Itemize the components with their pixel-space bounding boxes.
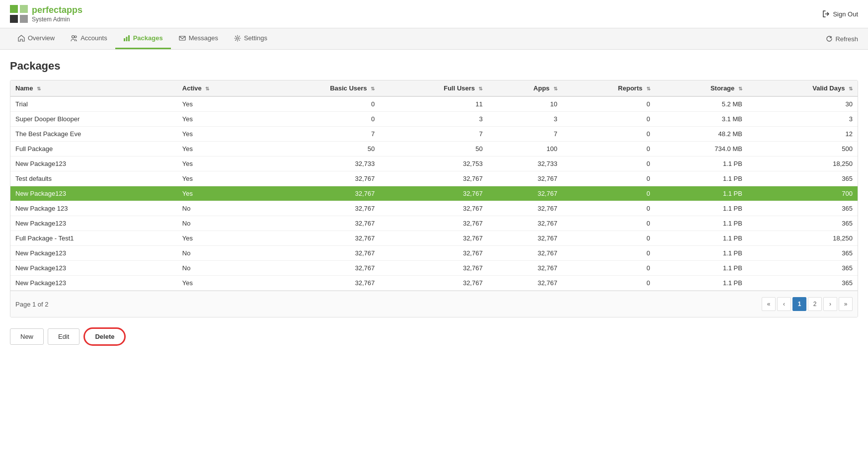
nav-items: Overview Accounts Packages Me bbox=[10, 28, 275, 49]
table-cell: Yes bbox=[177, 231, 259, 246]
table-row[interactable]: New Package123Yes32,76732,76732,76701.1 … bbox=[10, 276, 858, 291]
table-cell: 0 bbox=[259, 112, 380, 127]
table-cell: 32,767 bbox=[380, 186, 487, 201]
logo-text: perfectapps System Admin bbox=[32, 5, 82, 23]
delete-button[interactable]: Delete bbox=[83, 327, 126, 346]
svg-rect-6 bbox=[124, 38, 125, 41]
col-valid-days[interactable]: Valid Days ⇅ bbox=[747, 80, 858, 96]
table-cell: 3 bbox=[747, 112, 858, 127]
nav-item-accounts[interactable]: Accounts bbox=[63, 28, 115, 49]
table-cell: New Package 123 bbox=[10, 201, 177, 216]
table-cell: 32,753 bbox=[380, 156, 487, 171]
table-cell: 32,767 bbox=[259, 246, 380, 261]
table-row[interactable]: Full Package - Test1Yes32,76732,76732,76… bbox=[10, 231, 858, 246]
table-cell: 1.1 PB bbox=[655, 276, 747, 291]
nav-item-messages[interactable]: Messages bbox=[171, 28, 226, 49]
sort-icon-basic-users: ⇅ bbox=[371, 86, 375, 91]
table-cell: The Best Package Eve bbox=[10, 127, 177, 142]
table-cell: 1.1 PB bbox=[655, 186, 747, 201]
refresh-button[interactable]: Refresh bbox=[826, 35, 858, 43]
table-row[interactable]: New Package 123No32,76732,76732,76701.1 … bbox=[10, 201, 858, 216]
table-cell: No bbox=[177, 246, 259, 261]
table-cell: 7 bbox=[487, 127, 562, 142]
col-reports[interactable]: Reports ⇅ bbox=[562, 80, 655, 96]
svg-rect-0 bbox=[10, 5, 18, 13]
home-icon bbox=[18, 35, 25, 42]
table-cell: 32,767 bbox=[380, 261, 487, 276]
sign-out-link[interactable]: Sign Out bbox=[822, 10, 858, 18]
table-cell: Yes bbox=[177, 156, 259, 171]
nav-item-packages[interactable]: Packages bbox=[115, 28, 171, 49]
table-cell: 32,767 bbox=[259, 201, 380, 216]
table-cell: Full Package - Test1 bbox=[10, 231, 177, 246]
table-row[interactable]: New Package123Yes32,76732,76732,76701.1 … bbox=[10, 186, 858, 201]
table-cell: 48.2 MB bbox=[655, 127, 747, 142]
table-cell: 1.1 PB bbox=[655, 201, 747, 216]
page-next-btn[interactable]: › bbox=[823, 297, 837, 311]
nav-item-settings[interactable]: Settings bbox=[226, 28, 275, 49]
table-cell: 18,250 bbox=[747, 156, 858, 171]
table-cell: 32,767 bbox=[259, 276, 380, 291]
table-cell: 32,767 bbox=[487, 231, 562, 246]
table-cell: New Package123 bbox=[10, 156, 177, 171]
table-cell: 32,767 bbox=[259, 261, 380, 276]
table-row[interactable]: New Package123No32,76732,76732,76701.1 P… bbox=[10, 216, 858, 231]
table-row[interactable]: New Package123Yes32,73332,75332,73301.1 … bbox=[10, 156, 858, 171]
edit-button[interactable]: Edit bbox=[48, 328, 79, 345]
page-btn-1[interactable]: 1 bbox=[792, 297, 806, 311]
table-row[interactable]: New Package123No32,76732,76732,76701.1 P… bbox=[10, 246, 858, 261]
svg-rect-3 bbox=[20, 15, 28, 23]
packages-table: Name ⇅ Active ⇅ Basic Users ⇅ Full Users… bbox=[10, 80, 858, 291]
table-cell: 0 bbox=[562, 127, 655, 142]
col-apps[interactable]: Apps ⇅ bbox=[487, 80, 562, 96]
col-basic-users[interactable]: Basic Users ⇅ bbox=[259, 80, 380, 96]
table-cell: 32,767 bbox=[487, 246, 562, 261]
table-row[interactable]: Test defaultsYes32,76732,76732,76701.1 P… bbox=[10, 171, 858, 186]
table-cell: 30 bbox=[747, 96, 858, 112]
table-row[interactable]: TrialYes0111005.2 MB30 bbox=[10, 96, 858, 112]
table-cell: Test defaults bbox=[10, 171, 177, 186]
nav: Overview Accounts Packages Me bbox=[0, 28, 868, 50]
col-name[interactable]: Name ⇅ bbox=[10, 80, 177, 96]
page-info: Page 1 of 2 bbox=[15, 301, 49, 308]
table-cell: 0 bbox=[562, 96, 655, 112]
pagination-row: Page 1 of 2 « ‹ 1 2 › » bbox=[10, 291, 858, 317]
table-row[interactable]: Full PackageYes50501000734.0 MB500 bbox=[10, 142, 858, 156]
table-cell: New Package123 bbox=[10, 276, 177, 291]
table-cell: 32,767 bbox=[487, 201, 562, 216]
table-cell: 32,767 bbox=[259, 216, 380, 231]
chart-icon bbox=[123, 35, 130, 42]
action-buttons: New Edit Delete bbox=[10, 327, 858, 346]
sort-icon-active: ⇅ bbox=[205, 86, 209, 91]
gear-icon bbox=[234, 35, 241, 42]
table-cell: Yes bbox=[177, 276, 259, 291]
table-row[interactable]: New Package123No32,76732,76732,76701.1 P… bbox=[10, 261, 858, 276]
table-cell: 50 bbox=[259, 142, 380, 156]
table-cell: 100 bbox=[487, 142, 562, 156]
svg-rect-7 bbox=[126, 37, 127, 41]
nav-item-overview[interactable]: Overview bbox=[10, 28, 63, 49]
sign-out-icon bbox=[822, 10, 830, 18]
table-cell: 32,767 bbox=[487, 216, 562, 231]
table-cell: 0 bbox=[562, 156, 655, 171]
svg-point-10 bbox=[237, 37, 238, 39]
col-active[interactable]: Active ⇅ bbox=[177, 80, 259, 96]
col-storage[interactable]: Storage ⇅ bbox=[655, 80, 747, 96]
page-first-btn[interactable]: « bbox=[762, 297, 776, 311]
page-prev-btn[interactable]: ‹ bbox=[777, 297, 791, 311]
table-cell: Yes bbox=[177, 142, 259, 156]
page-btn-2[interactable]: 2 bbox=[808, 297, 822, 311]
table-cell: 365 bbox=[747, 216, 858, 231]
table-cell: 18,250 bbox=[747, 231, 858, 246]
table-cell: 365 bbox=[747, 201, 858, 216]
table-cell: Trial bbox=[10, 96, 177, 112]
table-row[interactable]: The Best Package EveYes777048.2 MB12 bbox=[10, 127, 858, 142]
table-cell: 32,767 bbox=[380, 246, 487, 261]
svg-point-4 bbox=[72, 35, 75, 38]
table-row[interactable]: Super Dooper BlooperYes03303.1 MB3 bbox=[10, 112, 858, 127]
col-full-users[interactable]: Full Users ⇅ bbox=[380, 80, 487, 96]
table-cell: 3.1 MB bbox=[655, 112, 747, 127]
sort-icon-apps: ⇅ bbox=[553, 86, 557, 91]
new-button[interactable]: New bbox=[10, 328, 44, 345]
page-last-btn[interactable]: » bbox=[839, 297, 853, 311]
